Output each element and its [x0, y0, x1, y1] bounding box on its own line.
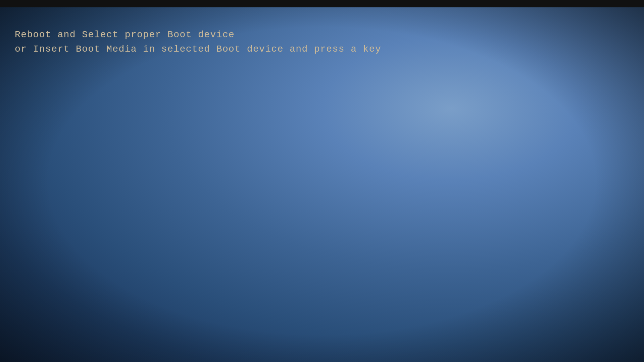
screen-content: Reboot and Select proper Boot device or … — [0, 7, 644, 362]
boot-message: Reboot and Select proper Boot device or … — [15, 27, 381, 57]
boot-line-1: Reboot and Select proper Boot device — [15, 27, 381, 42]
boot-line-2: or Insert Boot Media in selected Boot de… — [15, 42, 381, 56]
